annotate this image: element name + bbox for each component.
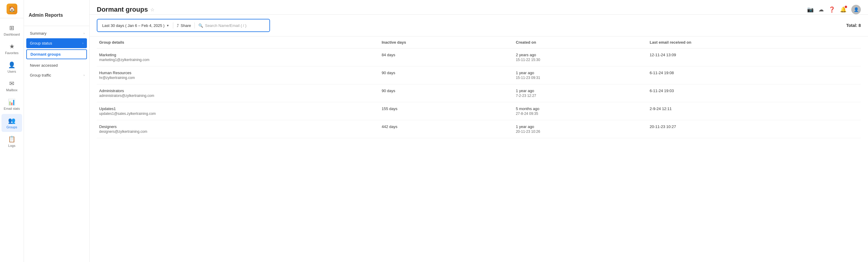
- sidebar-item-dormant-groups[interactable]: Dormant groups: [26, 49, 87, 59]
- created-on-cell: 1 year ago 15-11-23 09:31: [514, 66, 647, 84]
- dashboard-icon: ⊞: [9, 24, 14, 31]
- chevron-icon: ›: [84, 32, 85, 35]
- divider2: [194, 23, 195, 28]
- upload-icon[interactable]: ☁: [818, 6, 824, 13]
- inactive-days-cell: 442 days: [379, 120, 514, 138]
- nav-item-dashboard[interactable]: ⊞ Dashboard: [1, 21, 22, 39]
- group-name: Marketing: [99, 53, 377, 57]
- created-date: 15-11-23 09:31: [516, 76, 645, 80]
- table-container: Group detailsInactive daysCreated onLast…: [90, 36, 868, 262]
- chevron-icon: ›: [83, 41, 83, 45]
- created-on-cell: 1 year ago 7-2-23 12:27: [514, 84, 647, 102]
- created-ago: 5 months ago: [516, 107, 645, 111]
- inactive-days-cell: 90 days: [379, 84, 514, 102]
- col-header-inactive-days: Inactive days: [379, 36, 514, 49]
- email-stats-icon: 📊: [8, 98, 16, 106]
- group-name: Updates1: [99, 107, 377, 111]
- icon-nav: 🏠 ⊞ Dashboard ★ Favorites 👤 Users ✉ Mail…: [0, 0, 24, 262]
- logs-label: Logs: [8, 144, 16, 147]
- sidebar: Admin Reports Summary›Group status›Dorma…: [24, 0, 90, 262]
- group-email: administrators@zylkertraining.com: [99, 94, 377, 98]
- sidebar-item-never-accessed[interactable]: Never accessed: [24, 60, 89, 70]
- star-icon[interactable]: ☆: [150, 7, 154, 12]
- camera-icon[interactable]: 📷: [807, 6, 814, 13]
- created-ago: 1 year ago: [516, 124, 645, 129]
- total-badge: Total: 8: [846, 23, 861, 28]
- share-button[interactable]: ⤴ Share: [177, 23, 191, 28]
- group-email: designers@zylkertraining.com: [99, 129, 377, 134]
- created-date: 27-8-24 09:35: [516, 112, 645, 116]
- toolbar-filter-box: Last 30 days ( Jan 6 – Feb 4, 2025 ) ▼ ⤴…: [97, 19, 270, 32]
- notification-dot: [845, 6, 847, 8]
- col-header-group-details: Group details: [97, 36, 379, 49]
- chevron-icon: ›: [84, 74, 85, 77]
- avatar[interactable]: 👤: [851, 5, 861, 14]
- table-row: Human Resources hr@zylkertraining.com 90…: [97, 66, 861, 84]
- col-header-created-on: Created on: [514, 36, 647, 49]
- inactive-days-cell: 90 days: [379, 66, 514, 84]
- nav-item-email-stats[interactable]: 📊 Email stats: [1, 95, 22, 113]
- groups-icon: 👥: [8, 117, 16, 124]
- main-header: Dormant groups ☆ 📷 ☁ ❓ 🔔 👤: [90, 0, 868, 14]
- group-email: marketing1@zylkertraining.com: [99, 58, 377, 62]
- group-email: updates1@sales.zylkertraining.com: [99, 112, 377, 116]
- table-header: Group detailsInactive daysCreated onLast…: [97, 36, 861, 49]
- created-on-cell: 1 year ago 20-11-23 10:26: [514, 120, 647, 138]
- sidebar-header: Admin Reports: [24, 5, 89, 26]
- created-ago: 1 year ago: [516, 89, 645, 93]
- sidebar-label-never-accessed: Never accessed: [30, 63, 58, 67]
- share-label: Share: [181, 23, 191, 28]
- favorites-label: Favorites: [5, 51, 19, 55]
- users-icon: 👤: [8, 61, 16, 68]
- search-icon: 🔍: [198, 23, 203, 28]
- users-label: Users: [7, 70, 16, 73]
- date-filter-label: Last 30 days ( Jan 6 – Feb 4, 2025 ): [102, 23, 164, 28]
- group-details-cell: Human Resources hr@zylkertraining.com: [97, 66, 379, 84]
- search-input[interactable]: [205, 23, 265, 28]
- date-filter-button[interactable]: Last 30 days ( Jan 6 – Feb 4, 2025 ) ▼: [102, 23, 169, 28]
- nav-item-mailbox[interactable]: ✉ Mailbox: [1, 77, 22, 95]
- chevron-down-icon: ▼: [166, 24, 169, 27]
- group-name: Designers: [99, 124, 377, 129]
- sidebar-label-group-status: Group status: [30, 41, 52, 46]
- last-email-cell: 6-11-24 19:08: [647, 66, 861, 84]
- help-icon[interactable]: ❓: [829, 6, 835, 13]
- nav-item-favorites[interactable]: ★ Favorites: [1, 40, 22, 58]
- last-email-cell: 12-11-24 13:09: [647, 49, 861, 66]
- created-date: 15-11-22 15:30: [516, 58, 645, 62]
- created-ago: 1 year ago: [516, 70, 645, 75]
- sidebar-item-group-status[interactable]: Group status›: [26, 38, 87, 48]
- main-content: Dormant groups ☆ 📷 ☁ ❓ 🔔 👤 Last 30 days …: [90, 0, 868, 262]
- favorites-icon: ★: [9, 43, 14, 50]
- group-details-cell: Administrators administrators@zylkertrai…: [97, 84, 379, 102]
- created-ago: 2 years ago: [516, 53, 645, 57]
- email-stats-label: Email stats: [4, 107, 20, 110]
- logo-area: 🏠: [0, 0, 24, 18]
- nav-item-logs[interactable]: 📋 Logs: [1, 133, 22, 150]
- header-actions: 📷 ☁ ❓ 🔔 👤: [807, 5, 861, 14]
- created-on-cell: 2 years ago 15-11-22 15:30: [514, 49, 647, 66]
- table-row: Designers designers@zylkertraining.com 4…: [97, 120, 861, 138]
- toolbar: Last 30 days ( Jan 6 – Feb 4, 2025 ) ▼ ⤴…: [90, 14, 868, 36]
- dashboard-label: Dashboard: [4, 33, 20, 36]
- inactive-days-cell: 155 days: [379, 102, 514, 120]
- mailbox-label: Mailbox: [6, 88, 18, 92]
- group-name: Administrators: [99, 89, 377, 93]
- group-email: hr@zylkertraining.com: [99, 76, 377, 80]
- mailbox-icon: ✉: [9, 80, 14, 87]
- last-email-cell: 2-9-24 12:11: [647, 102, 861, 120]
- table-row: Marketing marketing1@zylkertraining.com …: [97, 49, 861, 66]
- sidebar-item-summary[interactable]: Summary›: [24, 28, 89, 38]
- table-row: Updates1 updates1@sales.zylkertraining.c…: [97, 102, 861, 120]
- nav-item-users[interactable]: 👤 Users: [1, 58, 22, 76]
- dormant-groups-table: Group detailsInactive daysCreated onLast…: [97, 36, 861, 138]
- divider: [173, 23, 173, 28]
- group-details-cell: Marketing marketing1@zylkertraining.com: [97, 49, 379, 66]
- sidebar-label-group-traffic: Group traffic: [30, 73, 51, 78]
- app-title: Admin Reports: [29, 8, 65, 22]
- notification-icon[interactable]: 🔔: [840, 6, 846, 13]
- nav-item-groups[interactable]: 👥 Groups: [1, 114, 22, 132]
- sidebar-item-group-traffic[interactable]: Group traffic›: [24, 70, 89, 80]
- table-row: Administrators administrators@zylkertrai…: [97, 84, 861, 102]
- app-logo: 🏠: [7, 4, 17, 14]
